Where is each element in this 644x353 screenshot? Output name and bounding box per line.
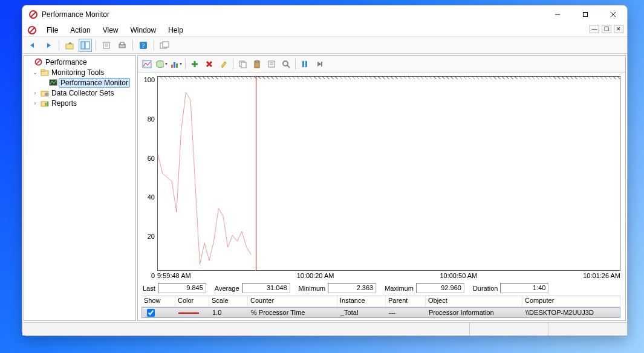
menubar: File Action View Window Help — ❐ ✕	[22, 24, 627, 37]
stat-min-value: 2.363	[328, 283, 376, 293]
stat-last-value: 9.845	[158, 283, 206, 293]
titlebar[interactable]: Performance Monitor	[22, 5, 627, 24]
counter-row[interactable]: 1.0 % Processor Time _Total --- Processo…	[141, 307, 620, 318]
stat-avg-label: Average	[215, 285, 239, 292]
new-window-button[interactable]	[158, 39, 171, 52]
svg-rect-42	[256, 60, 258, 62]
folder-gear-icon	[40, 88, 49, 97]
menu-window[interactable]: Window	[125, 25, 163, 36]
time-cursor	[256, 77, 256, 270]
close-button[interactable]	[599, 5, 627, 24]
perfmon-toolbar	[138, 56, 625, 73]
change-chart-type-button[interactable]	[169, 57, 183, 71]
add-counter-button[interactable]	[188, 57, 201, 71]
back-button[interactable]	[26, 39, 39, 52]
properties-button[interactable]	[100, 39, 113, 52]
col-color[interactable]: Color	[175, 296, 209, 306]
delete-counter-button[interactable]	[203, 57, 216, 71]
content-panel: 100806040200 9:59:48 AM10:00:20 AM10:00:…	[137, 55, 626, 321]
view-current-button[interactable]	[140, 57, 154, 71]
tree-root-performance[interactable]: Performance	[24, 57, 135, 67]
svg-rect-32	[171, 65, 173, 68]
show-hide-tree-button[interactable]	[79, 39, 92, 52]
freeze-button[interactable]	[298, 57, 311, 71]
svg-rect-43	[268, 61, 275, 67]
forward-button[interactable]	[42, 39, 55, 52]
copy-button[interactable]	[236, 57, 249, 71]
status-bar	[22, 322, 627, 335]
tree-label: Reports	[50, 99, 78, 108]
svg-line-21	[36, 60, 41, 64]
stat-dur-label: Duration	[473, 285, 498, 292]
maximize-button[interactable]	[571, 5, 599, 24]
print-button[interactable]	[115, 39, 129, 52]
performance-icon	[34, 57, 43, 66]
up-one-level-button[interactable]	[63, 39, 76, 52]
highlight-button[interactable]	[217, 57, 230, 71]
col-computer[interactable]: Computer	[522, 296, 620, 306]
monitor-icon	[48, 78, 57, 87]
menu-file[interactable]: File	[41, 25, 64, 36]
properties-counter-button[interactable]	[265, 57, 278, 71]
tree-reports[interactable]: › Reports	[24, 98, 135, 108]
tree-monitoring-tools[interactable]: ⌄ Monitoring Tools	[24, 67, 135, 77]
svg-rect-9	[81, 42, 85, 49]
minimize-button[interactable]	[544, 5, 571, 24]
menu-view[interactable]: View	[97, 25, 125, 36]
zoom-button[interactable]	[279, 57, 293, 71]
col-show[interactable]: Show	[141, 296, 175, 306]
svg-rect-34	[176, 63, 178, 68]
col-object[interactable]: Object	[426, 296, 522, 306]
app-window: Performance Monitor File Action View Win…	[22, 5, 628, 336]
menu-action[interactable]: Action	[64, 25, 96, 36]
svg-rect-49	[305, 61, 307, 67]
svg-rect-8	[66, 44, 73, 49]
collapse-icon[interactable]: ⌄	[31, 69, 39, 76]
counter-parent: ---	[386, 309, 426, 316]
col-counter[interactable]: Counter	[248, 296, 337, 306]
mdi-app-icon	[27, 25, 37, 35]
app-icon	[28, 10, 38, 19]
x-axis: 9:59:48 AM10:00:20 AM10:00:50 AM10:01:26…	[157, 271, 620, 279]
help-button[interactable]: ?	[137, 39, 150, 52]
svg-point-46	[283, 61, 288, 66]
expand-icon[interactable]: ›	[31, 100, 39, 106]
tree-label: Data Collector Sets	[50, 89, 115, 97]
svg-rect-3	[584, 13, 588, 17]
counter-name: % Processor Time	[249, 309, 338, 316]
stat-dur-value: 1:40	[500, 283, 548, 293]
stat-min-label: Minimum	[299, 285, 326, 292]
counter-header-row: Show Color Scale Counter Instance Parent…	[141, 296, 620, 307]
svg-rect-40	[241, 62, 246, 68]
chart-plot[interactable]	[157, 76, 620, 271]
counter-color-swatch	[178, 313, 199, 314]
update-button[interactable]	[313, 57, 326, 71]
tree-performance-monitor[interactable]: Performance Monitor	[24, 77, 135, 88]
svg-point-26	[45, 92, 48, 96]
tree-label: Performance Monitor	[59, 78, 130, 88]
svg-rect-28	[45, 103, 47, 106]
tree-panel[interactable]: Performance ⌄ Monitoring Tools Performan…	[24, 55, 136, 321]
expand-icon[interactable]: ›	[31, 89, 39, 96]
mdi-minimize-button[interactable]: —	[590, 25, 599, 33]
svg-rect-11	[103, 42, 109, 48]
menu-help[interactable]: Help	[162, 25, 189, 36]
mdi-close-button[interactable]: ✕	[614, 25, 623, 33]
stat-avg-value: 31.048	[242, 283, 290, 293]
view-log-button[interactable]	[155, 57, 168, 71]
counter-object: Processor Information	[426, 309, 523, 316]
counter-show-checkbox[interactable]	[147, 309, 155, 317]
svg-line-47	[287, 65, 290, 68]
col-scale[interactable]: Scale	[209, 296, 248, 306]
stat-max-label: Maximum	[385, 285, 414, 292]
col-instance[interactable]: Instance	[337, 296, 386, 306]
window-title: Performance Monitor	[42, 10, 109, 19]
col-parent[interactable]: Parent	[386, 296, 426, 306]
tree-data-collector-sets[interactable]: › Data Collector Sets	[24, 88, 135, 98]
svg-line-7	[30, 28, 34, 33]
paste-button[interactable]	[250, 57, 264, 71]
mdi-restore-button[interactable]: ❐	[602, 25, 611, 33]
counter-scale: 1.0	[210, 309, 249, 316]
counter-computer: \\DESKTOP-M2UUJ3D	[523, 309, 620, 316]
counter-list[interactable]: Show Color Scale Counter Instance Parent…	[141, 296, 620, 318]
